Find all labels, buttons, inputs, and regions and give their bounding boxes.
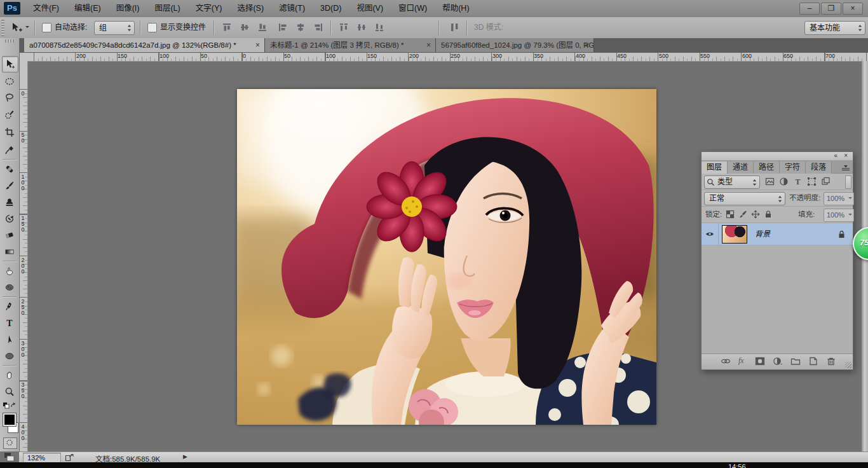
visibility-toggle[interactable] — [702, 223, 719, 245]
tab-layers[interactable]: 图层 — [702, 162, 728, 174]
document-tab-2[interactable]: 未标题-1 @ 214% (图层 3 拷贝, RGB/8) * × — [265, 38, 436, 52]
lasso-tool[interactable] — [2, 90, 17, 106]
delete-layer-icon[interactable] — [826, 357, 837, 367]
opacity-arrow-icon[interactable] — [848, 197, 852, 201]
swap-colors-icon[interactable] — [3, 402, 17, 411]
layer-thumbnail[interactable] — [722, 225, 747, 244]
tab-close-icon[interactable]: × — [585, 38, 589, 52]
minimize-button[interactable]: – — [799, 3, 820, 15]
tab-paragraph[interactable]: 段落 — [806, 162, 832, 174]
tab-channels[interactable]: 通道 — [728, 162, 754, 174]
floating-assistant-ball[interactable]: 75 — [853, 227, 868, 260]
move-tool-preset-icon[interactable] — [10, 22, 24, 34]
add-mask-icon[interactable] — [755, 357, 766, 367]
new-layer-icon[interactable] — [808, 357, 820, 367]
document-tab-1[interactable]: a0700875d2e85409c794a8dcd6142a7d.jpg @ 1… — [24, 38, 265, 52]
tools-grip[interactable] — [5, 39, 14, 43]
menu-view[interactable]: 视图(V) — [349, 0, 391, 17]
tab-paths[interactable]: 路径 — [754, 162, 780, 174]
vertical-ruler[interactable]: 0 50 100 150 200 250 300 350 400 — [19, 61, 28, 451]
filter-adjustment-layers-icon[interactable] — [779, 177, 789, 187]
tool-preset-arrow-icon[interactable] — [25, 26, 29, 30]
eraser-tool[interactable] — [2, 228, 17, 243]
lock-pixels-icon[interactable] — [738, 210, 749, 220]
horizontal-ruler[interactable]: 200 150 100 50 0 50 100 150 200 250 300 … — [27, 53, 868, 62]
share-icon[interactable] — [65, 453, 74, 463]
tab-close-icon[interactable]: × — [426, 38, 431, 52]
status-expand-arrow-icon[interactable]: ▶ — [183, 453, 187, 460]
eyedropper-tool[interactable] — [2, 142, 17, 158]
panel-menu-icon[interactable] — [841, 163, 850, 174]
menu-filter[interactable]: 滤镜(T) — [271, 0, 313, 17]
adjustment-layer-icon[interactable] — [773, 357, 784, 367]
link-layers-icon[interactable] — [721, 357, 732, 367]
distribute-top-edges-icon[interactable] — [337, 21, 351, 34]
smudge-tool[interactable] — [2, 263, 17, 279]
align-top-edges-icon[interactable] — [220, 21, 234, 34]
menu-file[interactable]: 文件(F) — [25, 0, 67, 17]
distribute-bottom-edges-icon[interactable] — [372, 21, 386, 34]
layer-filter-dropdown[interactable]: 类型 — [704, 176, 760, 189]
menu-image[interactable]: 图像(I) — [109, 0, 147, 17]
blend-mode-dropdown[interactable]: 正常 — [704, 192, 785, 205]
layer-row-background[interactable]: 背景 — [702, 223, 853, 245]
filter-shape-layers-icon[interactable] — [807, 177, 817, 187]
crop-tool[interactable] — [2, 125, 17, 140]
history-brush-tool[interactable] — [2, 211, 17, 226]
opacity-field[interactable]: 100% — [824, 192, 854, 205]
elliptical-marquee-tool[interactable] — [2, 74, 17, 89]
new-group-icon[interactable] — [790, 357, 802, 367]
filter-smart-objects-icon[interactable] — [821, 177, 831, 187]
hand-tool[interactable] — [2, 368, 17, 383]
show-transform-checkbox[interactable] — [147, 23, 157, 32]
zoom-tool[interactable] — [2, 384, 17, 399]
options-grip[interactable] — [1, 20, 4, 36]
zoom-level-field[interactable]: 132% — [23, 453, 61, 463]
distribute-vertical-centers-icon[interactable] — [355, 21, 369, 34]
auto-select-dropdown[interactable]: 组 — [94, 21, 135, 35]
workspace-switcher[interactable]: 基本功能 — [804, 21, 865, 35]
canvas-document[interactable] — [237, 89, 656, 425]
lock-position-icon[interactable] — [751, 210, 761, 220]
filter-toggle-button[interactable] — [845, 176, 851, 189]
document-tab-3[interactable]: 56795af60f8ed_1024.jpg @ 79.3% (图层 0, RG… — [436, 38, 594, 52]
menu-help[interactable]: 帮助(H) — [435, 0, 477, 17]
spot-healing-brush-tool[interactable] — [2, 162, 17, 177]
ruler-origin-box[interactable] — [19, 53, 28, 62]
ellipse-shape-tool[interactable] — [2, 348, 17, 364]
menu-window[interactable]: 窗口(W) — [391, 0, 435, 17]
align-bottom-edges-icon[interactable] — [255, 21, 269, 34]
tab-close-icon[interactable]: × — [255, 38, 260, 52]
gradient-tool[interactable] — [2, 244, 17, 259]
foreground-color-swatch[interactable] — [3, 413, 16, 426]
path-selection-tool[interactable] — [2, 332, 17, 347]
layer-style-icon[interactable]: fx — [738, 356, 750, 366]
brush-tool[interactable] — [2, 178, 17, 193]
align-left-edges-icon[interactable] — [276, 21, 290, 34]
screen-mode-button[interactable] — [3, 451, 16, 463]
menu-layer[interactable]: 图层(L) — [147, 0, 187, 17]
quick-selection-tool[interactable] — [2, 107, 17, 122]
dodge-tool[interactable] — [2, 280, 17, 295]
move-tool[interactable] — [2, 56, 18, 72]
restore-button[interactable]: ❐ — [821, 3, 841, 15]
menu-edit[interactable]: 编辑(E) — [67, 0, 109, 17]
align-vertical-centers-icon[interactable] — [238, 21, 252, 34]
fill-arrow-icon[interactable] — [848, 214, 852, 217]
menu-type[interactable]: 文字(Y) — [188, 0, 230, 17]
align-right-edges-icon[interactable] — [311, 21, 325, 34]
filter-pixel-layers-icon[interactable] — [765, 177, 775, 187]
fill-field[interactable]: 100% — [824, 209, 854, 222]
clone-stamp-tool[interactable] — [2, 195, 17, 210]
menu-3d[interactable]: 3D(D) — [313, 0, 349, 17]
auto-select-checkbox[interactable] — [42, 23, 51, 32]
collapse-panel-icon[interactable]: « — [834, 152, 837, 159]
tab-character[interactable]: 字符 — [780, 162, 806, 174]
panel-resize-grip[interactable] — [845, 362, 851, 368]
lock-all-icon[interactable] — [764, 210, 774, 220]
close-button[interactable]: × — [843, 3, 863, 15]
menu-select[interactable]: 选择(S) — [229, 0, 271, 17]
distribute-horizontal-icon[interactable] — [447, 21, 461, 34]
pen-tool[interactable] — [2, 299, 17, 314]
close-panel-icon[interactable]: × — [844, 152, 848, 159]
